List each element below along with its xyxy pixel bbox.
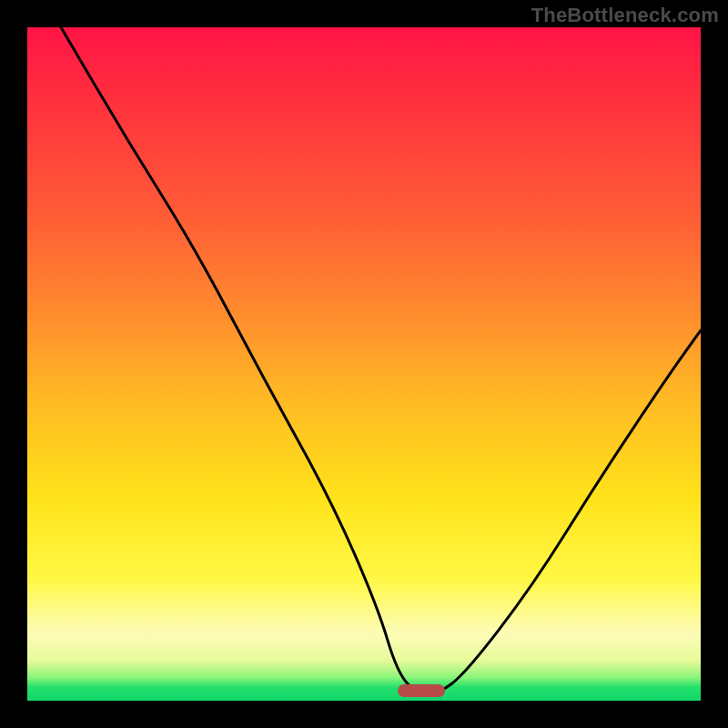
bottleneck-curve-path bbox=[61, 27, 701, 694]
optimum-marker bbox=[398, 684, 445, 697]
curve-svg bbox=[27, 27, 701, 701]
plot-area bbox=[27, 27, 701, 701]
chart-frame: TheBottleneck.com bbox=[0, 0, 728, 728]
attribution-text: TheBottleneck.com bbox=[531, 4, 719, 27]
